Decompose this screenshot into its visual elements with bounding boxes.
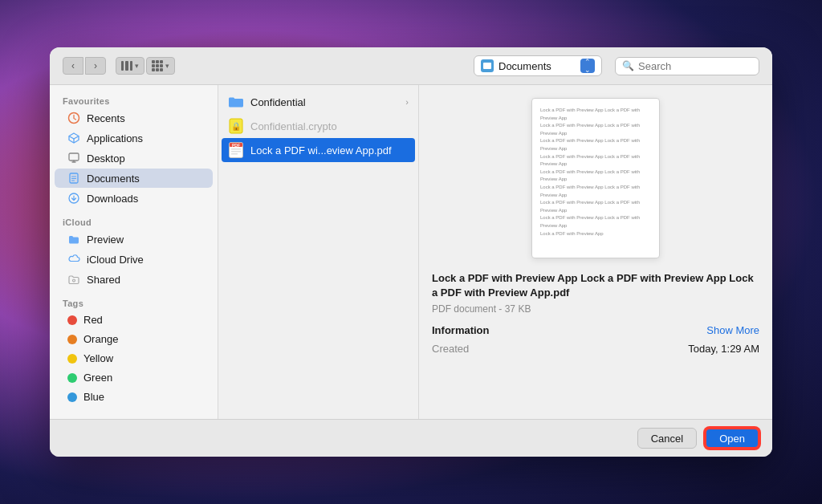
toolbar: ‹ › ▾ ▾ — [50, 47, 772, 85]
forward-button[interactable]: › — [85, 57, 106, 75]
sidebar-item-shared[interactable]: Shared — [55, 270, 213, 289]
nav-buttons: ‹ › — [63, 57, 106, 75]
bottom-bar: Cancel Open — [50, 419, 772, 457]
column-view-button[interactable]: ▾ — [116, 57, 144, 75]
crypto-file-icon: 🔒 — [228, 118, 244, 134]
preview-panel: Lock a PDF with Preview App Lock a PDF w… — [419, 85, 772, 419]
downloads-icon — [67, 192, 80, 205]
svg-text:🔒: 🔒 — [231, 121, 242, 132]
sidebar-item-desktop[interactable]: Desktop — [55, 148, 213, 168]
sidebar-item-applications[interactable]: Applications — [55, 128, 213, 148]
created-label: Created — [432, 343, 469, 355]
search-input[interactable] — [638, 60, 752, 72]
sidebar-item-tag-orange[interactable]: Orange — [55, 330, 213, 348]
file-item-lock-pdf[interactable]: PDF Lock a PDF wi...eview App.pdf — [222, 138, 415, 162]
downloads-label: Downloads — [87, 193, 138, 205]
favourites-label: Favourites — [50, 91, 218, 108]
clock-icon — [67, 112, 80, 124]
confidential-folder-name: Confidential — [250, 96, 306, 108]
show-more-link[interactable]: Show More — [706, 324, 759, 336]
svg-rect-1 — [69, 153, 79, 161]
sidebar-item-downloads[interactable]: Downloads — [55, 189, 213, 208]
tag-yellow-dot — [67, 354, 77, 364]
grid-view-button[interactable]: ▾ — [146, 57, 175, 75]
sidebar-item-recents[interactable]: Recents — [55, 108, 213, 128]
view-buttons: ▾ ▾ — [116, 57, 175, 75]
search-box[interactable]: 🔍 — [615, 57, 759, 75]
search-icon: 🔍 — [622, 60, 634, 71]
preview-folder-icon — [67, 233, 80, 246]
svg-text:PDF: PDF — [232, 143, 240, 148]
svg-point-4 — [73, 279, 75, 282]
sidebar-item-tag-red[interactable]: Red — [55, 311, 213, 329]
back-button[interactable]: ‹ — [63, 57, 83, 75]
sidebar-item-tag-yellow[interactable]: Yellow — [55, 349, 213, 368]
icloud-label: iCloud — [50, 213, 218, 229]
svg-rect-12 — [231, 153, 238, 155]
tag-blue-label: Blue — [83, 391, 104, 403]
open-dialog: ‹ › ▾ ▾ — [50, 47, 772, 457]
shared-label: Shared — [87, 274, 120, 286]
documents-icon — [67, 172, 80, 185]
file-title: Lock a PDF with Preview App Lock a PDF w… — [432, 271, 759, 300]
file-list: Confidential › 🔒 Confidential.crypto — [218, 85, 419, 419]
open-button[interactable]: Open — [705, 428, 759, 449]
tag-green-label: Green — [83, 372, 112, 384]
svg-rect-10 — [231, 148, 241, 150]
file-item-confidential-crypto[interactable]: 🔒 Confidential.crypto — [218, 114, 418, 138]
cancel-button[interactable]: Cancel — [637, 428, 697, 449]
tag-orange-label: Orange — [83, 333, 118, 345]
icloud-icon — [67, 253, 80, 266]
applications-label: Applications — [87, 132, 143, 144]
tag-orange-dot — [67, 335, 77, 344]
information-label: Information — [432, 324, 490, 336]
grid-view-icon — [152, 60, 163, 71]
desktop-icon — [67, 152, 80, 165]
crypto-file-name: Confidential.crypto — [250, 120, 337, 132]
documents-label: Documents — [87, 173, 140, 185]
file-item-confidential[interactable]: Confidential › — [218, 90, 418, 114]
column-view-icon — [121, 61, 132, 71]
recents-label: Recents — [87, 112, 125, 124]
sidebar: Favourites Recents — [50, 85, 218, 419]
sidebar-item-tag-blue[interactable]: Blue — [55, 388, 213, 406]
sidebar-item-tag-green[interactable]: Green — [55, 368, 213, 387]
pdf-file-name: Lock a PDF wi...eview App.pdf — [250, 144, 392, 156]
location-chevron-icon[interactable]: ⌃⌄ — [580, 59, 595, 73]
tag-yellow-label: Yellow — [83, 352, 113, 364]
sidebar-item-documents[interactable]: Documents — [55, 169, 213, 188]
preview-label: Preview — [87, 234, 124, 246]
tag-red-dot — [67, 315, 77, 325]
created-value: Today, 1:29 AM — [688, 343, 759, 355]
info-row: Information Show More — [432, 324, 759, 336]
folder-icon — [228, 94, 244, 110]
sidebar-item-preview[interactable]: Preview — [55, 230, 213, 249]
location-bar[interactable]: Documents ⌃⌄ — [474, 55, 602, 76]
location-folder-icon — [481, 59, 494, 72]
shared-icon — [67, 273, 80, 286]
pdf-file-icon: PDF — [228, 142, 244, 158]
pdf-thumbnail: Lock a PDF with Preview App Lock a PDF w… — [531, 98, 660, 258]
tags-label: Tags — [50, 294, 218, 310]
arrow-icon: › — [405, 97, 409, 107]
file-meta: PDF document - 37 KB — [432, 303, 759, 315]
main-content: Favourites Recents — [50, 85, 772, 419]
tag-red-label: Red — [83, 314, 103, 326]
created-row: Created Today, 1:29 AM — [432, 343, 759, 355]
sidebar-item-icloud-drive[interactable]: iCloud Drive — [55, 250, 213, 269]
desktop-label: Desktop — [87, 152, 125, 165]
icloud-drive-label: iCloud Drive — [87, 254, 144, 266]
file-browser: Confidential › 🔒 Confidential.crypto — [218, 85, 772, 419]
tag-green-dot — [67, 373, 77, 383]
applications-icon — [67, 132, 80, 144]
tag-blue-dot — [67, 392, 77, 402]
svg-rect-11 — [231, 151, 241, 152]
location-name: Documents — [498, 60, 576, 72]
